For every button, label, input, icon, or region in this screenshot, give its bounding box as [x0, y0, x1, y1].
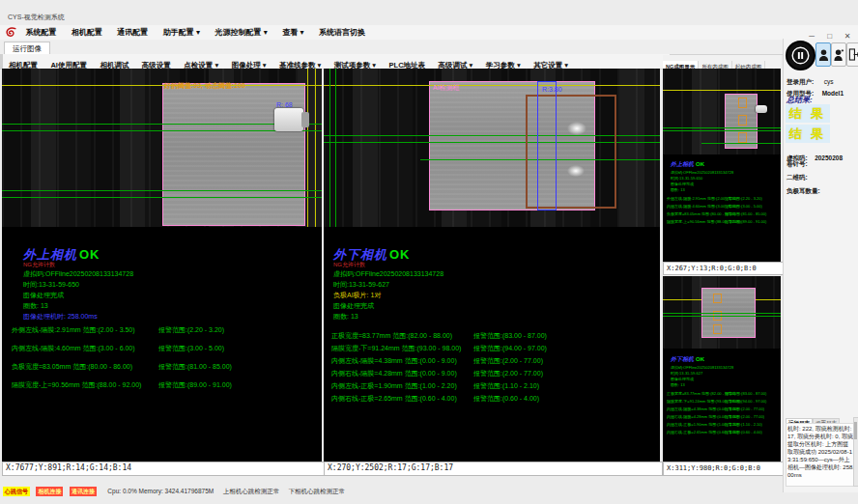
alarm-range: 报警范围:(2.00 - 77.00) [725, 414, 764, 419]
camera-connection-badge: 相机连接 [36, 487, 63, 496]
result-ok-label: OK [696, 161, 704, 167]
application-window: CYS-视觉检测系统 系统配置 相机配置 通讯配置 助手配置 ▾ 光源控制配置 … [0, 0, 858, 504]
roi-box-orange [738, 115, 747, 126]
winding-pin-label: 卷针号: [786, 160, 808, 169]
menu-light-control-config[interactable]: 光源控制配置 ▾ [215, 25, 268, 40]
result-ok-label: OK [389, 247, 411, 262]
roi-box-blue [537, 81, 557, 210]
alarm-range: 报警范围:(83.00 - 87.00) [725, 391, 766, 396]
comm-connection-badge: 通讯连接 [70, 487, 97, 496]
menu-view[interactable]: 查看 ▾ [282, 25, 303, 40]
measure-line-green [2, 190, 322, 191]
alarm-range: 报警范围:(2.00 - 77.00) [473, 356, 543, 366]
roi-box-orange [738, 132, 747, 143]
measurement-value: 内侧左线-隔膜=4.38mm 范围:(0.00 - 9.00) [331, 357, 457, 364]
middle-view-status-bar: X:270;Y:2502;R:17;G:17;B:17 [324, 462, 663, 476]
camera-result-line: 外上相机OK [671, 160, 704, 169]
done-line: 图像处理完成 [333, 301, 374, 311]
loop-count-line: 圈数: 13 [23, 301, 48, 311]
user-button[interactable] [815, 42, 831, 67]
measure-line-green [2, 197, 322, 198]
baseline-yellow-h [2, 85, 322, 86]
measurement-row: 内侧左线-隔膜=4.38mm 范围:(0.00 - 9.00) [331, 356, 457, 366]
pause-button[interactable] [786, 41, 815, 70]
log-scrollbar-thumb[interactable] [854, 422, 857, 439]
camera-name-label: 外上相机 [671, 161, 694, 167]
left-view-status-bar: X:7677;Y:891;R:14;G:14;B:14 [2, 462, 325, 476]
baseline-green-v1 [329, 69, 330, 227]
thumbnail-view-1[interactable]: 外上相机OK 虚拟码:OFFline20250208133134728 时间:1… [663, 69, 781, 262]
bottom-status-strip: 心跳信号 相机连接 通讯连接 Cpu: 0.0% Memory: 3424.41… [0, 480, 783, 493]
measure-line-green [663, 313, 781, 314]
alarm-range: 报警范围:(2.20 - 3.20) [158, 325, 224, 335]
measure-line-green [701, 143, 781, 144]
measurement-value: 内侧左线-隔膜:4.60mm 范围:(3.00 - 6.00) [12, 345, 135, 351]
ai-tab-line: 负极AI极片: 1对 [333, 291, 381, 300]
app-logo-icon [5, 26, 17, 39]
toolbar: 相机配置 AI使用配置 相机调试 高级设置 点检设置 ▾ 图像处理 ▾ 基准线参… [0, 54, 670, 70]
result-badge-2: 结 果 [786, 125, 830, 143]
thumbnail-view-2[interactable]: 外下相机OK 虚拟码:OFFline20250208133134728 时间:1… [663, 276, 781, 462]
baseline-yellow-v1 [307, 69, 308, 227]
alarm-range: 报警范围:(3.00 - 5.00) [158, 344, 224, 353]
measurement-row: 内侧右线-正极=2.65mm 范围:(0.60 - 4.00) [331, 394, 457, 404]
measurement-row: 正极宽度=83.77mm 范围:(82.00 - 88.00) [331, 331, 452, 341]
cpu-memory-status: Cpu: 0.0% Memory: 3424.41796875M [107, 488, 214, 494]
user-settings-button[interactable] [831, 42, 846, 67]
alarm-range: 报警范围:(1.10 - 2.10) [725, 422, 762, 427]
loop-count-line: 圈数: 13 [333, 312, 358, 322]
measurement-value: 负极宽度=83.05mm 范围:(80.00 - 86.00) [12, 363, 132, 370]
log-scrollbar[interactable] [853, 417, 858, 487]
alarm-range: 报警范围:(2.00 - 77.00) [725, 406, 764, 411]
camera-result-line: 外下相机OK [671, 355, 704, 364]
measure-line-green [663, 130, 781, 131]
measurement-value: 隔膜宽度-上=90.56mm 范围:(88.00 - 92.00) [12, 381, 141, 388]
measurement-value: 隔膜宽度-下=91.24mm 范围:(93.00 - 98.00) [331, 345, 461, 351]
menu-bar: 系统配置 相机配置 通讯配置 助手配置 ▾ 光源控制配置 ▾ 查看 ▾ 系统语言… [0, 25, 858, 41]
r-value-overlay: R:3.80 [542, 86, 562, 93]
tab-connector-tip [301, 112, 309, 127]
alarm-range: 报警范围:(81.00 - 85.00) [158, 362, 232, 372]
menu-camera-config[interactable]: 相机配置 [72, 25, 102, 40]
alarm-range: 报警范围:(89.00 - 91.00) [725, 219, 766, 224]
menu-language-switch[interactable]: 系统语言切换 [319, 25, 365, 40]
measurement-row: 隔膜宽度-下=91.24mm 范围:(93.00 - 98.00) [331, 344, 461, 353]
threshold-overlay-label: 好的阈值:93, 动态阈值:100 [164, 81, 245, 91]
measurement-row: 外侧左线-隔膜:2.91mm 范围:(2.00 - 3.50) [12, 325, 135, 335]
baseline-green-v2 [335, 69, 336, 227]
proc-time-line: 图像处理机时: 258.00ms [23, 312, 98, 322]
thumb1-status-bar: X:267;Y:13;R:0;G:0;B:0 [663, 262, 784, 275]
logout-button[interactable] [846, 42, 858, 67]
camera-name-label: 外上相机 [23, 247, 77, 262]
measurement-row: 内侧左线-正极=1.90mm 范围:(1.00 - 2.20) [331, 381, 457, 391]
menu-assistant-config[interactable]: 助手配置 ▾ [163, 25, 200, 40]
virtual-code-line: 虚拟码:OFFline20250208133134728 [333, 269, 443, 279]
measurement-value: 内侧左线-正极=1.90mm 范围:(1.00 - 2.20) [331, 382, 457, 389]
user-settings-icon [834, 47, 844, 62]
roi-box-orange [713, 324, 722, 334]
alarm-range: 报警范围:(89.00 - 91.00) [158, 380, 232, 390]
measure-line-green [2, 130, 322, 131]
virtual-code-line: 虚拟码:OFFline20250208133134728 [23, 269, 133, 279]
r-value-overlay: R: 68 [276, 101, 293, 108]
middle-camera-view[interactable]: AI检测框 R:3.80 外下相机OK NG允许计数 虚拟码:OFFline20… [324, 69, 660, 462]
thumb2-status-bar: X:311;Y:980;R:0;G:0;B:0 [663, 462, 784, 476]
ai-detect-box-label: AI检测框 [433, 83, 460, 93]
result-text: 结 果 [789, 106, 827, 121]
qrcode-label: 二维码: [786, 174, 808, 182]
done-line: 图像处理完成 [671, 377, 694, 381]
measurement-row: 负极宽度=83.05mm 范围:(80.00 - 86.00) [12, 362, 132, 372]
tab-run-image[interactable]: 运行图像 [4, 42, 50, 55]
roi-box-orange [713, 294, 722, 303]
time-line: 时间:13-31-59-627 [333, 280, 389, 290]
virtual-code-value: 20250208 [815, 154, 843, 161]
menu-comm-config[interactable]: 通讯配置 [117, 25, 148, 40]
loop-count-line: 圈数: 13 [671, 187, 685, 192]
baseline-yellow-v2 [315, 69, 316, 227]
time-line: 时间:13-31-59-627 [671, 371, 702, 376]
alarm-range: 报警范围:(2.00 - 77.00) [473, 369, 543, 378]
measure-line-green [663, 127, 781, 128]
left-camera-view[interactable]: 好的阈值:93, 动态阈值:100 R: 68 外上相机OK NG允许计数 虚拟… [2, 69, 322, 462]
measurement-row: 内侧左线-隔膜:4.60mm 范围:(3.00 - 6.00) [12, 344, 135, 353]
menu-system-config[interactable]: 系统配置 [25, 25, 56, 40]
